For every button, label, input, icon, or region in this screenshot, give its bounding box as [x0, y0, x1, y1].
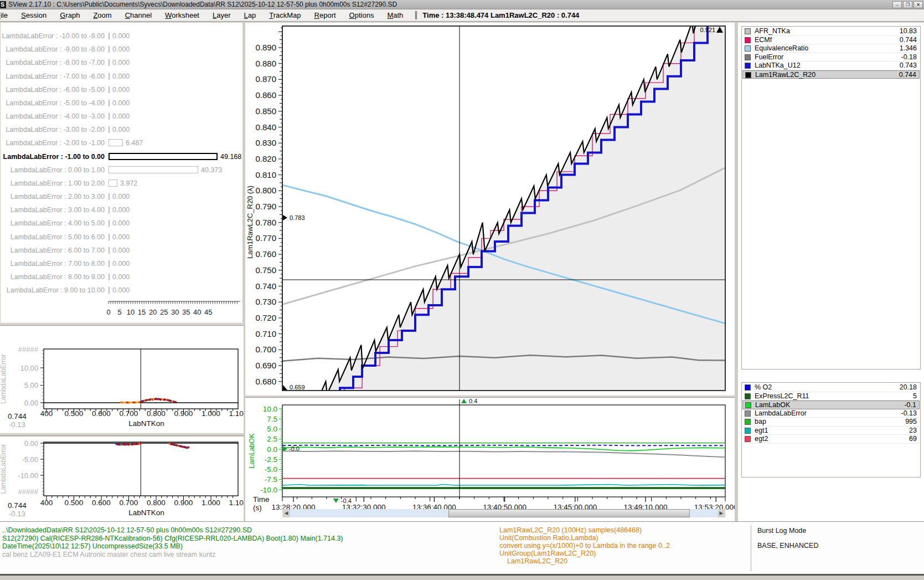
burst-log-mode-label: Burst Log Mode — [757, 527, 806, 535]
histogram-row[interactable]: LambdaLabError : -3.00 to -2.000.000 — [1, 125, 242, 135]
channel-row-egt1[interactable]: egt123 — [742, 427, 920, 435]
svg-text:0.00: 0.00 — [24, 439, 38, 448]
menu-item-zoom[interactable]: Zoom — [93, 11, 111, 19]
minimize-button[interactable]: – — [892, 1, 902, 8]
histogram-row[interactable]: LambdaLabError : -1.00 to 0.0049.168 — [1, 152, 242, 162]
series-fill — [303, 23, 735, 395]
histogram-row[interactable]: LambdaLabError : 9.00 to 10.000.000 — [1, 285, 242, 295]
histogram-row-label: LambdaLabError : 8.00 to 9.00 — [1, 272, 105, 282]
histogram-row[interactable]: LambdaLabError : -2.00 to -1.006.487 — [1, 138, 242, 148]
channel-value: 20.18 — [900, 383, 917, 392]
histogram-row[interactable]: LambdaLabError : -5.00 to -4.000.000 — [1, 98, 242, 108]
channel-row-lamlabok[interactable]: LamLabOK-0.1 — [742, 401, 920, 409]
channel-row-expressl2c-r11[interactable]: ExPressL2C_R115 — [742, 392, 920, 401]
channel-row-ecmf[interactable]: ECMf0.744 — [742, 36, 920, 45]
channel-row-labntka-u12[interactable]: LabNTKa_U120.743 — [742, 61, 920, 70]
histogram-zero-tick — [109, 113, 110, 120]
menu-item-file[interactable]: File — [0, 11, 8, 19]
menu-item-options[interactable]: Options — [349, 11, 374, 19]
svg-text:0.600: 0.600 — [92, 499, 111, 507]
channel-row--o2[interactable]: % O220.18 — [742, 383, 920, 392]
svg-text:0.00: 0.00 — [24, 399, 38, 407]
histogram-row[interactable]: LambdaLabError : 8.00 to 9.000.000 — [1, 272, 242, 282]
channel-row-equivalenceratio[interactable]: EquivalenceRatio1.346 — [742, 44, 920, 53]
histogram-row[interactable]: LambdaLabError : 0.00 to 1.0040.373 — [1, 165, 242, 175]
histogram-row[interactable]: LambdaLabError : 1.00 to 2.003.972 — [1, 178, 242, 188]
channel-value: 23 — [909, 427, 917, 435]
svg-text:45: 45 — [204, 308, 212, 316]
scroll-left-icon[interactable]: ◀ — [282, 509, 290, 517]
svg-text:Time: Time — [253, 495, 270, 504]
channel-name: AFR_NTKa — [755, 27, 790, 35]
channel-row-afr-ntka[interactable]: AFR_NTKa10.83 — [742, 27, 920, 36]
status-line-channel-info: convert using y=(x/1000)+0 to Lambda in … — [499, 542, 670, 550]
svg-text:35: 35 — [182, 308, 190, 316]
channel-name: LambdaLabError — [755, 409, 807, 418]
histogram-row[interactable]: LambdaLabError : 5.00 to 6.000.000 — [1, 232, 242, 242]
splitter-horizontal[interactable] — [0, 433, 244, 436]
channel-row-lambdalaberror[interactable]: LambdaLabError-0.13 — [742, 409, 920, 418]
channel-row-egt2[interactable]: egt269 — [742, 435, 920, 444]
channel-color-swatch — [745, 45, 751, 52]
svg-text:-5.00: -5.00 — [22, 455, 38, 464]
title-bar: S SView 2.17.10 : C:\Users\Public\Docume… — [0, 0, 924, 9]
channel-list-secondary[interactable]: % O220.18ExPressL2C_R115LamLabOK-0.1Lamb… — [741, 382, 921, 478]
histogram-bar — [109, 166, 198, 173]
svg-text:LamLabOK: LamLabOK — [248, 433, 256, 469]
log-mode-value: BASE, ENHANCED — [757, 542, 818, 550]
menu-item-report[interactable]: Report — [314, 11, 336, 19]
scroll-right-icon[interactable]: ▶ — [717, 509, 725, 517]
histogram-panel[interactable]: LambdaLabError : -10.00 to -9.000.000Lam… — [1, 23, 242, 322]
menu-item-worksheet[interactable]: Worksheet — [165, 11, 199, 19]
time-scrollbar[interactable]: ◀ ▶ — [282, 509, 725, 517]
histogram-row[interactable]: LambdaLabError : -7.00 to -6.000.000 — [1, 71, 242, 81]
channel-row-fuelerror[interactable]: FuelError-0.18 — [742, 53, 920, 62]
histogram-row[interactable]: LambdaLabError : 2.00 to 3.000.000 — [1, 192, 242, 202]
menu-item-lap[interactable]: Lap — [244, 11, 256, 19]
svg-text:0.860: 0.860 — [255, 90, 276, 100]
histogram-row-value: 6.487 — [126, 138, 143, 148]
svg-text:0.900: 0.900 — [174, 409, 193, 418]
channel-list-main[interactable]: AFR_NTKa10.83ECMf0.744EquivalenceRatio1.… — [741, 26, 921, 369]
scatter-plot-top-panel[interactable]: LambdaLabError0.005.0010.00#####4000.500… — [0, 326, 244, 433]
histogram-zero-tick — [109, 126, 110, 133]
histogram-row[interactable]: LambdaLabError : 3.00 to 4.000.000 — [1, 205, 242, 215]
histogram-row[interactable]: LambdaLabError : -10.00 to -9.000.000 — [1, 31, 242, 41]
menu-item-math[interactable]: Math — [387, 11, 403, 19]
svg-text:0.780: 0.780 — [255, 218, 276, 227]
histogram-row-value: 0.000 — [112, 85, 130, 95]
histogram-row-label: LambdaLabError : -10.00 to -9.00 — [1, 31, 105, 41]
channel-color-swatch — [745, 54, 751, 60]
histogram-row[interactable]: LambdaLabError : 4.00 to 5.000.000 — [1, 218, 242, 228]
histogram-row[interactable]: LambdaLabError : 6.00 to 7.000.000 — [1, 245, 242, 255]
menu-item-trackmap[interactable]: TrackMap — [269, 11, 301, 19]
channel-value: -0.18 — [901, 53, 917, 61]
svg-text:15: 15 — [138, 308, 146, 316]
histogram-row[interactable]: LambdaLabError : -8.00 to -7.000.000 — [1, 58, 242, 68]
histogram-row-value: 0.000 — [112, 259, 130, 269]
scatter-plot-bottom-panel[interactable]: LambdaLabError0.00-5.00-10.00#####4000.5… — [0, 437, 244, 521]
main-chart-panel[interactable]: 0.6800.6900.7000.7100.7200.7300.7400.750… — [245, 23, 735, 395]
histogram-row[interactable]: LambdaLabError : 7.00 to 8.000.000 — [1, 259, 242, 269]
close-button[interactable]: ✕ — [913, 1, 923, 8]
scrollbar-thumb[interactable] — [448, 509, 690, 517]
time-chart-panel[interactable]: -10.0-7.5-5.0-2.50.02.55.07.510.0LamLabO… — [245, 398, 735, 521]
channel-row-lam1rawl2c-r20[interactable]: Lam1RawL2C_R200.744 — [742, 70, 920, 79]
menu-item-channel[interactable]: Channel — [125, 11, 152, 19]
menu-item-session[interactable]: Session — [21, 11, 47, 19]
channel-name: ECMf — [755, 36, 772, 44]
maximize-button[interactable]: ❐ — [903, 1, 912, 8]
menu-item-graph[interactable]: Graph — [60, 11, 80, 19]
histogram-row-value: 0.000 — [112, 285, 130, 295]
histogram-zero-tick — [109, 260, 110, 267]
svg-text:0.720: 0.720 — [255, 313, 276, 322]
histogram-row[interactable]: LambdaLabError : -4.00 to -3.000.000 — [1, 111, 242, 121]
histogram-zero-tick — [109, 247, 110, 254]
histogram-row[interactable]: LambdaLabError : -9.00 to -8.000.000 — [1, 44, 242, 54]
histogram-row[interactable]: LambdaLabError : -6.00 to -5.000.000 — [1, 85, 242, 95]
svg-text:LambdaLabError: LambdaLabError — [0, 444, 7, 494]
svg-text:0.0: 0.0 — [267, 445, 277, 454]
svg-text:5.00: 5.00 — [24, 381, 38, 389]
menu-item-layer[interactable]: Layer — [213, 11, 231, 19]
channel-row-bap[interactable]: bap995 — [742, 418, 920, 427]
